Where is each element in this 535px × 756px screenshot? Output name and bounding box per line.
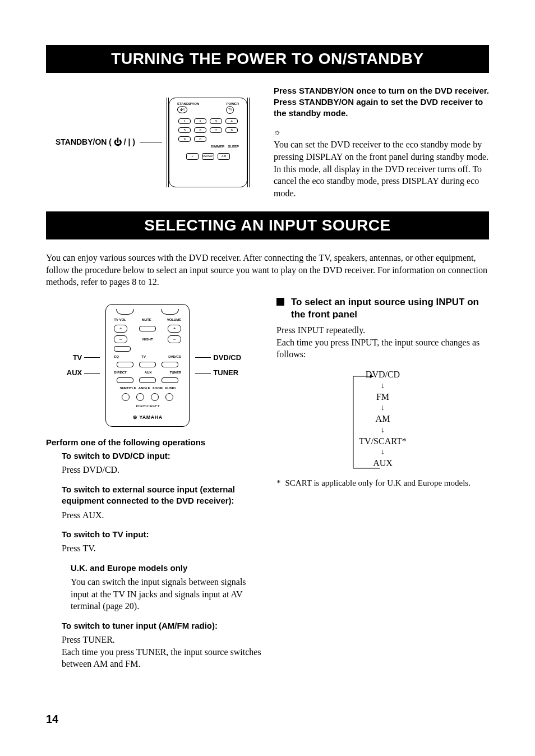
subtitle-label: SUBTITLE [119,386,136,390]
input-cycle-diagram: DVD/CD ↓ FM ↓ AM ↓ TV/SCART* ↓ AUX [347,368,419,469]
tuner-callout: TUNER [213,368,238,378]
input-changes: Each time you press INPUT, the input sou… [276,336,489,361]
mute-button [139,326,156,331]
remote-diagram-1: STANDBY/ON ( ⏻ / | ) STANDBY/ON ⏻/| POWE… [52,98,253,187]
ext-body: Press AUX. [62,509,262,522]
audio-label: AUDIO [165,386,176,390]
repeat-button: REPEAT [202,153,214,160]
section-title-input: SELECTING AN INPUT SOURCE [46,211,489,239]
tvvol-up: + [114,325,127,333]
section-title-power: TURNING THE POWER TO ON/STANDBY [46,45,489,73]
standby-on-label: STANDBY/ON [177,102,199,106]
num-5: 5 [178,127,191,133]
tv-power-button: TV [226,106,234,114]
scart-footnote: * SCART is applicable only for U.K and E… [276,477,489,488]
tv-button [139,362,156,367]
front-panel-heading: To select an input source using INPUT on… [291,296,489,321]
tuner-heading: To switch to tuner input (AM/FM radio): [62,620,262,631]
square-bullet-icon [276,298,284,306]
leader-line [140,142,162,142]
volume-label: VOLUME [167,317,182,322]
num-0: 0 [194,136,206,142]
uk-heading: U.K. and Europe models only [71,563,262,574]
remote-edge-r [247,98,250,187]
tip-icon: ☼ [274,127,489,138]
num-1: 1 [178,118,191,124]
pianocraft-logo: PIANOCRAFT [136,404,159,409]
instruction-2: Press STANDBY/ON again to set the DVD re… [274,96,489,119]
num-7: 7 [210,127,222,133]
remote-body-2: TV VOL MUTE VOLUME + + – NIGHT – [105,304,190,427]
intro-paragraph: You can enjoy various sources with the D… [46,252,489,288]
tv-label: TV [141,354,146,359]
standby-on-callout: STANDBY/ON ( ⏻ / | ) [56,137,135,147]
plus-button: + [186,153,199,160]
power-label: POWER [226,102,239,106]
num-8: 8 [225,127,238,133]
num-9: 9 [178,136,191,142]
dvd-body: Press DVD/CD. [62,464,262,476]
aux-button [139,377,156,383]
yamaha-logo: ⊛ YAMAHA [133,414,163,421]
perform-heading: Perform one of the following operations [46,437,262,448]
footnote-star: * [276,477,281,488]
eq-button [117,362,133,367]
num-4: 4 [225,118,238,124]
dimmer-label: DIMMER [211,144,224,149]
dvdcd-button [162,362,178,367]
tv-body: Press TV. [62,542,262,555]
zoom-label: ZOOM [153,386,163,390]
tuner-label: TUNER [170,370,182,375]
page-number: 14 [46,712,489,727]
footnote-text: SCART is applicable only for U.K and Eur… [285,477,471,488]
dvdcd-label: DVD/CD [168,354,181,359]
sleep-label: SLEEP [228,144,239,149]
tuner-body-2: Each time you press TUNER, the input sou… [62,646,262,670]
tvvol-down: – [114,335,127,343]
aux-label: AUX [145,370,152,375]
tuner-body-1: Press TUNER. [62,634,262,646]
num-3: 3 [210,118,222,124]
aux-callout: AUX [67,368,82,378]
tuner-button [162,377,178,383]
num-6: 6 [194,127,206,133]
standby-on-button: ⏻/| [177,106,187,113]
dvd-heading: To switch to DVD/CD input: [62,450,262,462]
tvvol-label: TV VOL [114,317,126,322]
ext-heading: To switch to external source input (exte… [62,484,262,507]
uk-body: You can switch the input signals between… [71,576,262,612]
eq-label: EQ [114,354,119,359]
vol-up: + [168,325,181,333]
vol-down: – [168,335,181,343]
ab-button: A-B [218,153,230,160]
night-label: NIGHT [142,337,153,342]
direct-label: DIRECT [114,370,126,375]
remote-diagram-2: TV AUX TV VOL MUTE VOLUME + + [53,304,255,427]
angle-label: ANGLE [139,386,150,390]
eco-tip: You can set the DVD receiver to the eco … [274,139,489,199]
direct-button [117,377,133,383]
dvdcd-callout: DVD/CD [213,353,241,363]
remote-body: STANDBY/ON ⏻/| POWER TV 1 2 3 4 5 [169,98,247,187]
tv-callout: TV [73,353,82,363]
instruction-1: Press STANDBY/ON once to turn on the DVD… [274,85,489,96]
num-2: 2 [194,118,206,124]
press-input: Press INPUT repeatedly. [276,324,489,336]
mute-label: MUTE [142,317,151,322]
tv-heading: To switch to TV input: [62,529,262,540]
